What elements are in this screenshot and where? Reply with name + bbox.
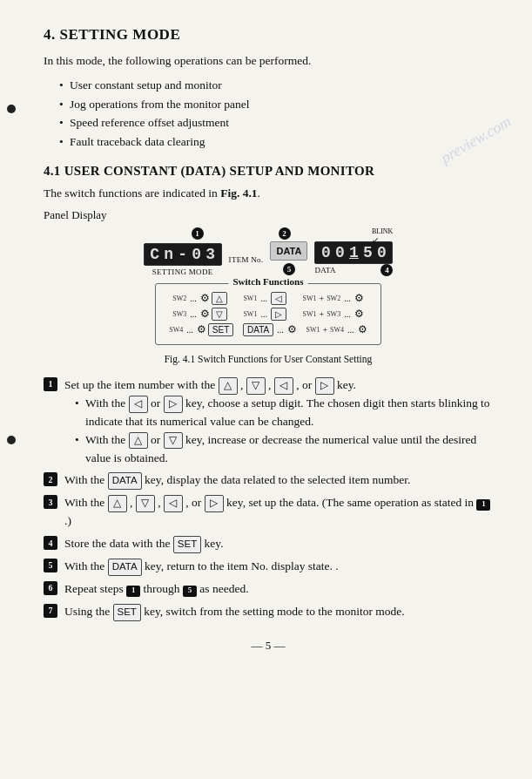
panel-diagram: 1 2 C n - 0 3 SETTING MODE ITEM No. DATA: [44, 226, 493, 373]
blink-label: BLINK ↙: [372, 227, 393, 245]
sw-item-right-key: SW1 ... ▷: [243, 308, 286, 321]
item-no-area: ITEM No.: [229, 254, 264, 266]
step-2-text: With the DATA key, display the data rela…: [64, 473, 410, 486]
step-4-text: Store the data with the SET key.: [64, 537, 224, 550]
bullet-item-1: User constant setup and monitor: [59, 76, 493, 95]
sw-row-2: SW3 ... ⚙ ▽ SW1 ... ▷ SW1 + SW3 ... ⚙: [165, 308, 372, 321]
sub-section-title: 4.1 USER CONSTANT (DATA) SETUP AND MONIT…: [44, 164, 493, 179]
binding-mark-middle: [7, 436, 16, 444]
step-6-text: Repeat steps 1 through 5 as needed.: [64, 582, 249, 595]
item-no-label: ITEM No.: [229, 255, 264, 264]
sw-row-3: SW4 ... ⚙ SET DATA ... ⚙ SW1 + SW4 ... ⚙: [165, 323, 372, 336]
data-display: BLINK ↙ 0 0 1 5 0 DATA 4: [314, 241, 393, 278]
switch-functions-box: Switch Functions SW2 ... ⚙ △ SW1 ... ◁ S…: [155, 283, 381, 345]
step-1-bullet-1: With the ◁ or ▷ key, choose a setup digi…: [75, 395, 493, 431]
diagram-num5: 5: [283, 263, 295, 275]
step-3: 3 With the △ , ▽ , ◁ , or ▷ key, set up …: [44, 494, 493, 531]
switch-functions-title: Switch Functions: [229, 276, 308, 287]
sw-row-1: SW2 ... ⚙ △ SW1 ... ◁ SW1 + SW2 ... ⚙: [165, 292, 372, 305]
sw-item-sw1-sw3: SW1 + SW3 ... ⚙: [303, 308, 364, 321]
sw-item-sw1-sw2: SW1 + SW2 ... ⚙: [303, 292, 364, 305]
switch-intro: The switch functions are indicated in Fi…: [44, 185, 493, 202]
data-label: DATA: [314, 266, 335, 278]
step-1: 1 Set up the item number with the △ , ▽ …: [44, 376, 493, 468]
data-seg-box: DATA: [270, 241, 307, 261]
step-5-text: With the DATA key, return to the item No…: [64, 559, 339, 572]
data-key-display: DATA 5: [270, 241, 307, 277]
step-1-bullet-2: With the △ or ▽ key, increase or decreas…: [75, 431, 493, 468]
step-1-text: Set up the item number with the △ , ▽ , …: [64, 378, 356, 391]
panel-display-label: Panel Display: [44, 208, 493, 222]
setting-mode-label: SETTING MODE: [152, 268, 213, 276]
step-6: 6 Repeat steps 1 through 5 as needed.: [44, 580, 493, 599]
bullet-item-2: Jog operations from the monitor panel: [59, 95, 493, 114]
bullet-item-3: Speed reference offset adjustment: [59, 113, 493, 132]
steps-container: 1 Set up the item number with the △ , ▽ …: [44, 376, 493, 621]
step-7-text: Using the SET key, switch from the setti…: [64, 605, 405, 618]
page-number: — 5 —: [44, 639, 493, 653]
step-2: 2 With the DATA key, display the data re…: [44, 471, 493, 490]
panel-top-row: 1 2 C n - 0 3 SETTING MODE ITEM No. DATA: [144, 226, 394, 278]
bullet-item-4: Fault traceback data clearing: [59, 132, 493, 152]
diagram-num1: 1: [192, 226, 204, 241]
sw-item-left-key: SW1 ... ◁: [243, 292, 286, 305]
bullet-list: User constant setup and monitor Jog oper…: [59, 76, 493, 151]
setting-mode-display: C n - 0 3 SETTING MODE: [144, 243, 222, 276]
step-4: 4 Store the data with the SET key.: [44, 535, 493, 553]
intro-text: In this mode, the following operations c…: [44, 52, 493, 70]
sw-item-data-key: DATA ... ⚙: [243, 323, 297, 336]
sw-item-sw1-sw4: SW1 + SW4 ... ⚙: [306, 323, 367, 336]
sw-item-set: SW4 ... ⚙ SET: [169, 323, 233, 336]
diagram-num4: 4: [380, 264, 393, 276]
section-title: 4. SETTING MODE: [44, 26, 493, 44]
sw-item-up: SW2 ... ⚙ △: [172, 292, 227, 305]
fig-caption: Fig. 4.1 Switch Functions for User Const…: [165, 354, 373, 364]
setting-mode-seg-box: C n - 0 3: [144, 243, 222, 266]
step-7: 7 Using the SET key, switch from the set…: [44, 603, 493, 621]
binding-mark-top: [7, 105, 16, 113]
diagram-num2: 2: [279, 226, 291, 241]
step-5: 5 With the DATA key, return to the item …: [44, 558, 493, 576]
sw-item-down: SW3 ... ⚙ ▽: [172, 308, 227, 321]
step-3-text: With the △ , ▽ , ◁ , or ▷ key, set up th…: [64, 496, 490, 527]
data-seg-text: DATA: [276, 246, 301, 256]
